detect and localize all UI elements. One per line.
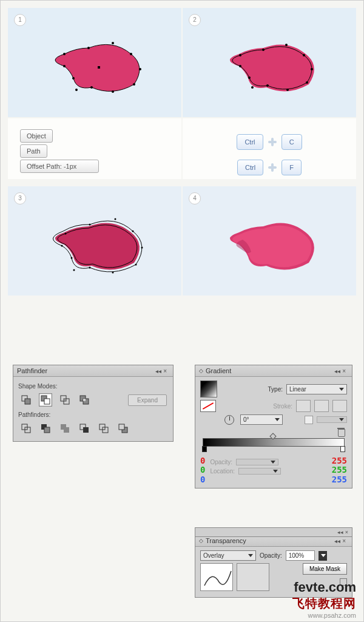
make-mask-button[interactable]: Make Mask <box>303 563 347 575</box>
svg-point-6 <box>133 83 135 86</box>
watermark-brand-cn: 飞特教程网 <box>292 595 356 612</box>
angle-value: 0° <box>243 416 249 423</box>
stop-location-input <box>238 468 281 475</box>
gradient-panel: ◇ Gradient ◂◂ × Type: Linear Stroke: 0° <box>195 365 352 488</box>
watermark: fevte.com 飞特教程网 www.psahz.com <box>292 580 356 619</box>
unite-icon[interactable] <box>19 393 33 407</box>
blend-mode-dropdown[interactable]: Overlay <box>200 550 256 561</box>
exclude-icon[interactable] <box>78 393 91 407</box>
svg-point-22 <box>248 76 251 79</box>
step-number-badge: 1 <box>14 14 26 26</box>
pathfinders-label: Pathfinders: <box>18 411 168 418</box>
watermark-brand-en: fevte.com <box>292 580 356 595</box>
svg-rect-55 <box>119 424 124 430</box>
path-menu-button[interactable]: Path <box>20 144 47 158</box>
dropdown-value: Linear <box>289 386 306 393</box>
panel-header[interactable]: Pathfinder ◂◂ × <box>13 365 173 377</box>
blob-shape-4 <box>215 208 324 281</box>
panel-header[interactable]: ◇ Gradient ◂◂ × <box>195 365 352 377</box>
step-number-badge: 4 <box>189 192 201 205</box>
blob-shape-2 <box>215 30 324 103</box>
stroke-within-icon[interactable] <box>296 400 311 412</box>
location-label: Location: <box>210 468 235 475</box>
step-number-badge: 2 <box>189 14 201 26</box>
intersect-icon[interactable] <box>58 393 72 407</box>
gradient-tab-icon: ◇ <box>199 368 203 374</box>
svg-point-0 <box>63 65 66 67</box>
rgb-b-left: 0 <box>200 475 205 484</box>
svg-point-30 <box>89 267 91 269</box>
collapsed-panel[interactable]: ◂◂ × <box>195 527 352 537</box>
panel-title: Pathfinder <box>17 367 47 374</box>
key-row: Ctrl C <box>195 129 344 150</box>
svg-point-5 <box>139 68 141 70</box>
svg-point-20 <box>266 84 269 87</box>
svg-rect-43 <box>83 399 86 401</box>
aspect-input <box>317 416 347 423</box>
rgb-b-right: 255 <box>332 475 347 484</box>
shape-modes-label: Shape Modes: <box>18 383 168 390</box>
opacity-slider-toggle[interactable] <box>318 551 327 561</box>
svg-point-18 <box>306 81 308 84</box>
trim-icon[interactable] <box>39 422 52 435</box>
panel-collapse-icon[interactable]: ◂◂ × <box>155 368 169 374</box>
rgb-r-left: 0 <box>200 456 205 465</box>
svg-point-31 <box>73 269 75 271</box>
svg-point-19 <box>286 89 289 91</box>
c-key: C <box>281 134 302 150</box>
opacity-label: Opacity: <box>210 459 232 465</box>
divide-icon[interactable] <box>19 422 33 435</box>
gradient-midpoint-handle[interactable] <box>270 433 277 439</box>
outline-icon[interactable] <box>97 422 110 435</box>
plus-icon <box>268 163 277 172</box>
blend-mode-value: Overlay <box>203 552 224 559</box>
svg-point-8 <box>90 86 93 89</box>
stroke-across-icon[interactable] <box>332 400 347 412</box>
svg-point-2 <box>87 47 90 49</box>
svg-point-33 <box>61 245 63 247</box>
step-number-badge: 3 <box>14 192 26 205</box>
panel-collapse-icon[interactable]: ◂◂ × <box>334 538 348 544</box>
angle-icon <box>224 415 234 425</box>
crop-icon[interactable] <box>78 422 91 435</box>
offset-path-button[interactable]: Offset Path: -1px <box>20 160 99 173</box>
gradient-type-dropdown[interactable]: Linear <box>286 384 347 394</box>
mask-thumb[interactable] <box>237 563 269 591</box>
gradient-stop-black[interactable] <box>202 446 207 452</box>
svg-point-29 <box>112 272 114 274</box>
panel-collapse-icon[interactable]: ◂◂ × <box>334 368 348 374</box>
key-row: Ctrl F <box>195 155 344 175</box>
rgb-r-right: 255 <box>332 456 347 465</box>
plus-icon <box>268 137 277 147</box>
transparency-thumb[interactable] <box>200 563 233 591</box>
svg-point-25 <box>115 218 116 220</box>
stroke-along-icon[interactable] <box>314 400 329 412</box>
minus-back-icon[interactable] <box>116 422 130 435</box>
no-fill-swatch[interactable] <box>200 400 216 412</box>
svg-point-16 <box>303 54 305 56</box>
angle-input[interactable]: 0° <box>240 414 283 425</box>
stroke-label: Stroke: <box>273 403 292 410</box>
merge-icon[interactable] <box>58 422 72 435</box>
svg-rect-35 <box>25 399 30 404</box>
gradient-stop-white[interactable] <box>340 446 345 452</box>
step-panel-3: 3 <box>8 186 181 296</box>
step-panel-2: 2 <box>183 8 356 117</box>
gradient-slider[interactable] <box>203 438 345 447</box>
expand-button[interactable]: Expand <box>128 394 167 406</box>
panel-title: Gradient <box>206 367 231 374</box>
svg-point-32 <box>71 257 73 259</box>
opacity-input[interactable]: 100% <box>286 550 315 561</box>
delete-stop-icon[interactable] <box>337 427 345 436</box>
svg-point-14 <box>262 49 265 51</box>
minus-front-icon[interactable] <box>39 393 52 407</box>
svg-rect-49 <box>64 427 69 433</box>
svg-point-9 <box>75 89 78 91</box>
object-menu-button[interactable]: Object <box>20 129 53 143</box>
gradient-swatch[interactable] <box>200 380 217 397</box>
svg-point-15 <box>285 44 288 46</box>
aspect-ratio-icon[interactable] <box>305 416 313 424</box>
svg-point-17 <box>311 68 313 70</box>
blob-shape-3 <box>40 208 149 281</box>
stop-opacity-input <box>236 459 278 465</box>
